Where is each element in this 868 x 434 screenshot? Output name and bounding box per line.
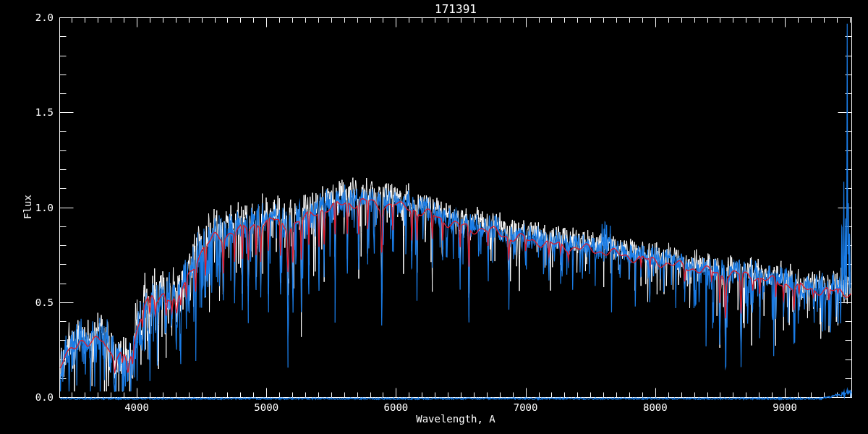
y-tick-label: 1.5 (35, 106, 54, 118)
x-tick-label: 4000 (124, 401, 149, 413)
x-tick-label: 8000 (643, 401, 668, 413)
y-tick-label: 2.0 (35, 12, 54, 23)
spectrum-figure: 171391 Wavelength, A Flux 40005000600070… (0, 0, 868, 434)
y-tick-label: 1.0 (35, 202, 54, 213)
x-axis-label: Wavelength, A (416, 413, 495, 425)
x-tick-label: 6000 (384, 401, 409, 413)
y-tick-label: 0.0 (35, 391, 54, 403)
spectrum-plot-canvas (0, 0, 868, 434)
plot-title: 171391 (435, 2, 477, 16)
x-tick-label: 5000 (254, 401, 278, 413)
y-axis-label: Flux (22, 195, 33, 219)
x-tick-label: 7000 (514, 401, 538, 413)
y-tick-label: 0.5 (35, 297, 54, 308)
x-tick-label: 9000 (773, 401, 797, 413)
